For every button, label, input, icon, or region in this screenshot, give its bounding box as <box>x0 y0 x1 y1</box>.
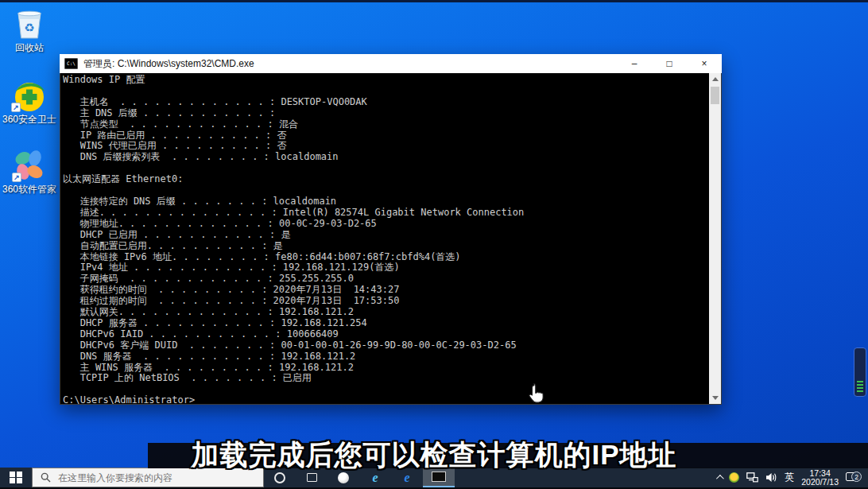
desktop-icon-label: 回收站 <box>0 43 59 53</box>
search-icon <box>41 472 51 483</box>
desktop: ♻ 回收站 ↗ 360安全卫士 ↗ 360软件管家 <box>0 0 868 489</box>
subtitle-text: 加载完成后您可以检查计算机的IP地址 <box>95 437 773 474</box>
clock[interactable]: 17:34 2020/7/13 <box>801 469 839 487</box>
minimize-button[interactable]: – <box>617 54 652 73</box>
console-scrollbar[interactable] <box>709 73 721 404</box>
console-output[interactable]: Windows IP 配置 主机名 . . . . . . . . . . . … <box>63 75 707 404</box>
close-button[interactable]: × <box>687 54 722 73</box>
desktop-icon-label: 360软件管家 <box>0 184 59 195</box>
top-letterbox-strip <box>0 0 868 2</box>
360-edge-dock-widget[interactable] <box>854 347 866 397</box>
360-safe-icon: ↗ <box>10 80 48 113</box>
edge-widget-bars-icon <box>857 379 863 392</box>
360-software-manager-icon: ↗ <box>11 148 48 183</box>
recycle-bin-icon: ♻ <box>11 5 48 41</box>
hand-cursor-icon <box>526 382 547 409</box>
notification-center-button[interactable]: 2 <box>846 472 862 484</box>
notification-badge: 2 <box>851 472 862 482</box>
cmd-console-area[interactable]: Windows IP 配置 主机名 . . . . . . . . . . . … <box>60 73 722 405</box>
ime-indicator[interactable]: 英 <box>785 471 794 484</box>
windows-logo-icon <box>10 472 22 484</box>
tray-date: 2020/7/13 <box>801 477 839 487</box>
desktop-icon-360-safe[interactable]: ↗ 360安全卫士 <box>0 80 59 125</box>
desktop-icon-360-software-manager[interactable]: ↗ 360软件管家 <box>0 148 59 195</box>
scroll-down-icon[interactable] <box>709 392 721 404</box>
scrollbar-thumb[interactable] <box>711 87 719 104</box>
desktop-icon-label: 360安全卫士 <box>0 114 59 125</box>
tray-expand-chevron-icon[interactable] <box>716 475 724 483</box>
task-view-icon <box>307 473 317 482</box>
svg-text:♻: ♻ <box>24 21 34 34</box>
shortcut-arrow-icon: ↗ <box>11 103 21 112</box>
cmd-window: C:\ 管理员: C:\Windows\system32\CMD.exe – □… <box>60 54 722 405</box>
cmd-window-title: 管理员: C:\Windows\system32\CMD.exe <box>83 57 617 71</box>
scroll-up-icon[interactable] <box>709 73 721 85</box>
maximize-button[interactable]: □ <box>652 54 687 73</box>
start-button[interactable] <box>0 468 32 487</box>
cmd-app-icon: C:\ <box>64 58 78 69</box>
cmd-titlebar[interactable]: C:\ 管理员: C:\Windows\system32\CMD.exe – □… <box>60 54 722 73</box>
desktop-icon-recycle-bin[interactable]: ♻ 回收站 <box>0 5 59 53</box>
shortcut-arrow-icon: ↗ <box>12 173 21 182</box>
